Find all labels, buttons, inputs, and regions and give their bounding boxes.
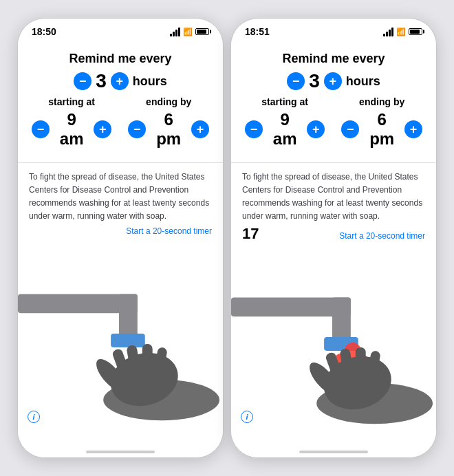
reminder-section-left: Remind me every − 3 + hours starting at … <box>18 41 223 155</box>
start-group-left: starting at − 9 am + <box>32 96 111 149</box>
timer-row-right: 17 Start a 20-second timer <box>242 225 425 243</box>
interval-plus-right[interactable]: + <box>324 72 342 90</box>
home-bar-right <box>299 451 368 453</box>
start-minus-left[interactable]: − <box>32 120 50 138</box>
status-icons-right: 📶 <box>383 28 422 36</box>
time-row-right: starting at − 9 am + ending by − 6 pm + <box>245 96 422 149</box>
end-group-right: ending by − 6 pm + <box>341 96 422 149</box>
interval-row-left: − 3 + hours <box>32 70 209 92</box>
end-time-left: 6 pm <box>150 110 187 149</box>
start-label-left: starting at <box>48 96 95 107</box>
signal-icon-left <box>170 28 180 36</box>
hours-label-left: hours <box>133 74 167 89</box>
interval-minus-left[interactable]: − <box>74 72 91 90</box>
home-indicator-right <box>231 442 436 457</box>
remind-label-left: Remind me every <box>69 52 171 66</box>
start-control-left: − 9 am + <box>32 110 111 149</box>
illustration-right: i <box>231 248 436 442</box>
description-section-left: To fight the spread of disease, the Unit… <box>18 163 223 241</box>
svg-rect-20 <box>356 347 366 385</box>
hours-label-right: hours <box>346 74 380 89</box>
countdown-number-right: 17 <box>242 225 259 243</box>
description-text-right: To fight the spread of disease, the Unit… <box>242 172 422 221</box>
reminder-section-right: Remind me every − 3 + hours starting at … <box>231 41 436 155</box>
time-row-left: starting at − 9 am + ending by − 6 pm + <box>32 96 209 149</box>
info-icon-left[interactable]: i <box>28 411 40 423</box>
info-icon-right[interactable]: i <box>241 411 253 423</box>
interval-value-left: 3 <box>96 70 107 92</box>
end-control-right: − 6 pm + <box>341 110 422 149</box>
start-group-right: starting at − 9 am + <box>245 96 325 149</box>
signal-icon-right <box>383 28 393 36</box>
remind-row-right: Remind me every <box>245 52 422 66</box>
status-bar-right: 18:51 📶 <box>231 19 436 41</box>
start-control-right: − 9 am + <box>245 110 325 149</box>
end-time-right: 6 pm <box>363 110 400 149</box>
interval-row-right: − 3 + hours <box>245 70 422 92</box>
illustration-left: i <box>18 241 223 442</box>
status-time-right: 18:51 <box>245 26 270 37</box>
end-minus-left[interactable]: − <box>128 120 146 138</box>
phone-right: 18:51 📶 Remind me every − 3 + hours <box>230 18 437 458</box>
interval-value-right: 3 <box>309 70 320 92</box>
timer-link-right[interactable]: Start a 20-second timer <box>339 231 425 241</box>
interval-minus-right[interactable]: − <box>287 72 305 90</box>
start-time-right: 9 am <box>267 110 303 149</box>
start-minus-right[interactable]: − <box>245 120 263 138</box>
remind-row-left: Remind me every <box>32 52 209 66</box>
timer-link-left[interactable]: Start a 20-second timer <box>29 226 212 236</box>
phone-left: 18:50 📶 Remind me every − 3 + hours <box>17 18 224 458</box>
remind-label-right: Remind me every <box>282 52 385 66</box>
wifi-icon-right: 📶 <box>396 28 406 36</box>
start-time-left: 9 am <box>54 110 89 149</box>
battery-icon-left <box>195 28 209 35</box>
home-indicator-left <box>18 442 223 457</box>
status-bar-left: 18:50 📶 <box>18 19 223 41</box>
status-time-left: 18:50 <box>32 26 56 37</box>
app-content-right: Remind me every − 3 + hours starting at … <box>231 41 436 442</box>
start-plus-right[interactable]: + <box>307 120 325 138</box>
start-plus-left[interactable]: + <box>94 120 111 138</box>
end-label-right: ending by <box>359 96 404 107</box>
battery-icon-right <box>409 28 422 35</box>
end-minus-right[interactable]: − <box>341 120 359 138</box>
end-label-left: ending by <box>146 96 191 107</box>
svg-rect-7 <box>142 344 153 382</box>
start-label-right: starting at <box>261 96 308 107</box>
end-plus-right[interactable]: + <box>404 120 422 138</box>
description-text-left: To fight the spread of disease, the Unit… <box>29 172 209 221</box>
home-bar-left <box>86 451 155 453</box>
status-icons-left: 📶 <box>170 28 209 36</box>
end-group-left: ending by − 6 pm + <box>128 96 209 149</box>
description-section-right: To fight the spread of disease, the Unit… <box>231 163 436 248</box>
hand-wash-svg-left <box>18 241 223 442</box>
hand-wash-svg-right <box>231 248 436 442</box>
interval-plus-left[interactable]: + <box>111 72 129 90</box>
end-control-left: − 6 pm + <box>128 110 209 149</box>
app-content-left: Remind me every − 3 + hours starting at … <box>18 41 223 442</box>
wifi-icon-left: 📶 <box>183 28 193 36</box>
svg-rect-2 <box>111 334 145 347</box>
end-plus-left[interactable]: + <box>191 120 209 138</box>
